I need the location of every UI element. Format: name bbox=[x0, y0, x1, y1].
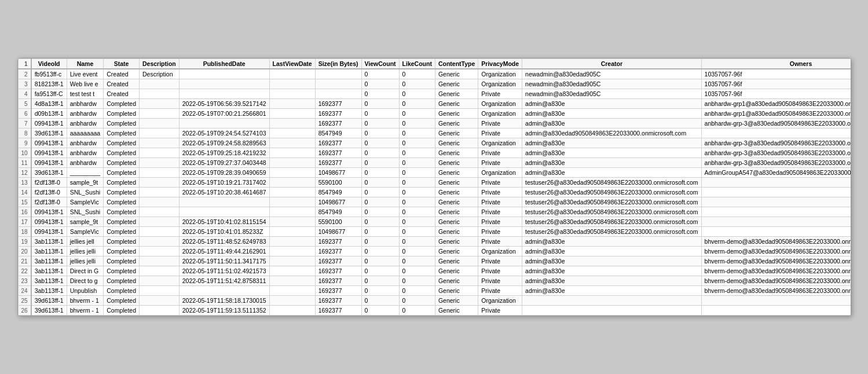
cell-lastviewdate bbox=[269, 138, 315, 148]
cell-privacymode: Private bbox=[478, 207, 522, 217]
row-num-header: 1 bbox=[18, 59, 31, 69]
cell-state: Completed bbox=[104, 109, 140, 119]
cell-contenttype: Generic bbox=[435, 247, 478, 256]
row-number: 4 bbox=[18, 89, 31, 99]
cell-name: anbhardw bbox=[67, 99, 104, 109]
cell-name: Unpublish bbox=[67, 286, 104, 296]
cell-lastviewdate bbox=[269, 296, 315, 306]
cell-privacymode: Private bbox=[478, 188, 522, 197]
cell-description bbox=[140, 138, 180, 148]
cell-likecount: 0 bbox=[399, 247, 435, 256]
cell-description bbox=[140, 306, 180, 316]
row-number: 26 bbox=[18, 306, 31, 316]
cell-contenttype: Generic bbox=[435, 207, 478, 217]
cell-description bbox=[140, 109, 180, 119]
cell-creator bbox=[522, 296, 701, 306]
cell-state: Completed bbox=[104, 158, 140, 168]
cell-publisheddate: 2022-05-19T09:28:39.0490659 bbox=[179, 168, 269, 178]
cell-name: jellies jell bbox=[67, 237, 104, 247]
cell-likecount: 0 bbox=[399, 286, 435, 296]
cell-creator: newadmin@a830edad905C bbox=[522, 69, 701, 79]
cell-publisheddate bbox=[179, 119, 269, 129]
cell-state: Completed bbox=[104, 207, 140, 217]
cell-publisheddate bbox=[179, 69, 269, 79]
cell-lastviewdate bbox=[269, 197, 315, 207]
cell-description bbox=[140, 188, 180, 197]
cell-privacymode: Organization bbox=[478, 109, 522, 119]
cell-sizeinbytes: 8547949 bbox=[315, 207, 361, 217]
cell-sizeinbytes: 1692377 bbox=[315, 296, 361, 306]
cell-contenttype: Generic bbox=[435, 217, 478, 227]
cell-lastviewdate bbox=[269, 168, 315, 178]
cell-name: SampleVic bbox=[67, 197, 104, 207]
cell-name: jellies jelli bbox=[67, 247, 104, 256]
row-number: 9 bbox=[18, 138, 31, 148]
cell-state: Completed bbox=[104, 256, 140, 266]
row-number: 21 bbox=[18, 256, 31, 266]
cell-creator: admin@a830e bbox=[522, 256, 701, 266]
spreadsheet-container[interactable]: 1 VideoId Name State Description Publish… bbox=[17, 58, 851, 316]
cell-videoid: f2df13ff-0 bbox=[31, 178, 67, 188]
cell-creator: testuser26@a830edad9050849863E22033000.o… bbox=[522, 207, 701, 217]
cell-creator: admin@a830e bbox=[522, 109, 701, 119]
col-likecount: LikeCount bbox=[399, 59, 435, 69]
cell-state: Completed bbox=[104, 148, 140, 158]
cell-owners bbox=[701, 178, 851, 188]
cell-viewcount: 0 bbox=[361, 237, 399, 247]
cell-sizeinbytes: 5590100 bbox=[315, 217, 361, 227]
cell-state: Completed bbox=[104, 296, 140, 306]
cell-state: Completed bbox=[104, 119, 140, 129]
cell-likecount: 0 bbox=[399, 227, 435, 237]
cell-name: anbhardw bbox=[67, 138, 104, 148]
row-number: 3 bbox=[18, 79, 31, 89]
cell-contenttype: Generic bbox=[435, 89, 478, 99]
cell-viewcount: 0 bbox=[361, 306, 399, 316]
cell-state: Completed bbox=[104, 188, 140, 197]
cell-creator: testuser26@a830edad9050849863E22033000.o… bbox=[522, 188, 701, 197]
cell-publisheddate: 2022-05-19T10:20:38.4614687 bbox=[179, 188, 269, 197]
cell-contenttype: Generic bbox=[435, 197, 478, 207]
cell-state: Created bbox=[104, 69, 140, 79]
cell-owners: bhverm-demo@a830edad9050849863E22033000.… bbox=[701, 286, 851, 296]
cell-sizeinbytes: 1692377 bbox=[315, 138, 361, 148]
cell-owners bbox=[701, 207, 851, 217]
cell-videoid: 099413ff-1 bbox=[31, 217, 67, 227]
cell-publisheddate: 2022-05-19T11:49:44.2162901 bbox=[179, 247, 269, 256]
cell-videoid: 39d613ff-1 bbox=[31, 296, 67, 306]
row-number: 10 bbox=[18, 148, 31, 158]
cell-videoid: 3ab113ff-1 bbox=[31, 266, 67, 276]
cell-contenttype: Generic bbox=[435, 306, 478, 316]
cell-creator: admin@a830e bbox=[522, 266, 701, 276]
cell-viewcount: 0 bbox=[361, 79, 399, 89]
cell-contenttype: Generic bbox=[435, 138, 478, 148]
cell-likecount: 0 bbox=[399, 99, 435, 109]
cell-viewcount: 0 bbox=[361, 158, 399, 168]
cell-videoid: 099413ff-1 bbox=[31, 158, 67, 168]
cell-description bbox=[140, 129, 180, 138]
cell-contenttype: Generic bbox=[435, 188, 478, 197]
cell-privacymode: Private bbox=[478, 227, 522, 237]
cell-videoid: 3ab113ff-1 bbox=[31, 276, 67, 286]
cell-lastviewdate bbox=[269, 207, 315, 217]
cell-videoid: f2df13ff-0 bbox=[31, 197, 67, 207]
cell-creator: admin@a830e bbox=[522, 168, 701, 178]
cell-contenttype: Generic bbox=[435, 158, 478, 168]
cell-description bbox=[140, 266, 180, 276]
cell-creator: admin@a830e bbox=[522, 158, 701, 168]
cell-videoid: 099413ff-1 bbox=[31, 227, 67, 237]
cell-lastviewdate bbox=[269, 99, 315, 109]
cell-owners: anbhardw-grp1@a830edad9050849863E2203300… bbox=[701, 109, 851, 119]
cell-likecount: 0 bbox=[399, 178, 435, 188]
cell-description bbox=[140, 256, 180, 266]
cell-likecount: 0 bbox=[399, 217, 435, 227]
cell-privacymode: Private bbox=[478, 286, 522, 296]
cell-videoid: 3ab113ff-1 bbox=[31, 237, 67, 247]
table-row: 13f2df13ff-0sample_9tCompleted2022-05-19… bbox=[18, 178, 851, 188]
row-number: 11 bbox=[18, 158, 31, 168]
cell-likecount: 0 bbox=[399, 158, 435, 168]
cell-viewcount: 0 bbox=[361, 227, 399, 237]
cell-sizeinbytes: 8547949 bbox=[315, 129, 361, 138]
cell-description bbox=[140, 99, 180, 109]
cell-viewcount: 0 bbox=[361, 286, 399, 296]
cell-publisheddate: 2022-05-19T11:58:18.1730015 bbox=[179, 296, 269, 306]
